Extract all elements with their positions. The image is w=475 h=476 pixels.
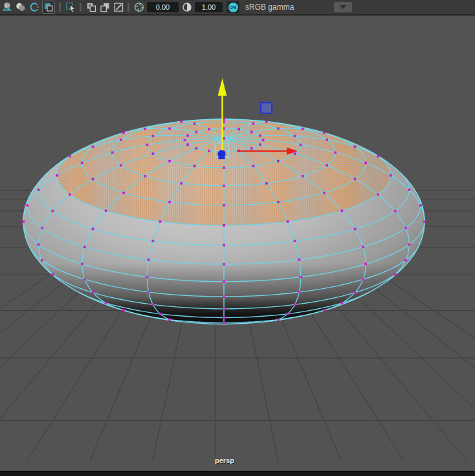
ellipsoid-object[interactable] bbox=[22, 118, 426, 324]
gamma-field[interactable]: 1.00 bbox=[195, 2, 223, 12]
panel-toolbar: 0.00 1.00 ON sRGB gamma bbox=[0, 0, 475, 14]
viewport-canvas[interactable] bbox=[0, 16, 475, 471]
viewport-panel[interactable]: persp bbox=[0, 16, 475, 471]
isolate-select-icon[interactable] bbox=[65, 1, 76, 13]
color-management-toggle[interactable]: ON bbox=[226, 1, 239, 13]
xray-icon[interactable] bbox=[85, 1, 97, 13]
exposure-field[interactable]: 0.00 bbox=[147, 2, 179, 12]
pivot-knob[interactable] bbox=[217, 150, 225, 158]
toolbar-separator bbox=[127, 3, 129, 12]
smooth-shade-icon[interactable] bbox=[15, 1, 27, 13]
wireframe-on-shaded-icon[interactable] bbox=[28, 1, 40, 13]
plane-handle[interactable] bbox=[261, 102, 272, 113]
camera-name-label: persp bbox=[0, 457, 462, 464]
gamma-icon[interactable] bbox=[181, 1, 193, 13]
toolbar-separator bbox=[80, 3, 82, 12]
lighting-icon[interactable] bbox=[1, 1, 13, 13]
backface-culling-icon[interactable] bbox=[99, 1, 111, 13]
textured-mode-button[interactable] bbox=[42, 1, 55, 14]
bottom-border bbox=[0, 471, 475, 476]
exposure-icon[interactable] bbox=[133, 1, 145, 13]
chevron-down-icon bbox=[340, 5, 346, 9]
image-plane-icon[interactable] bbox=[113, 1, 124, 13]
toolbar-separator bbox=[59, 3, 61, 12]
view-transform-label: sRGB gamma bbox=[245, 3, 294, 12]
view-transform-dropdown[interactable] bbox=[334, 2, 352, 12]
on-badge: ON bbox=[228, 3, 238, 12]
